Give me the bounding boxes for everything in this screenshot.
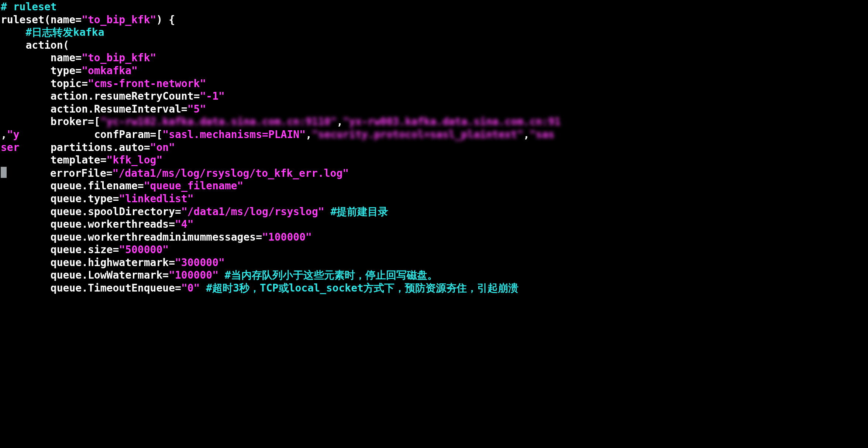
param-key: name= (51, 52, 82, 64)
param-key: action.resumeRetryCount= (51, 90, 200, 102)
param-key: template= (51, 154, 107, 166)
param-key: queue.TimeoutEnqueue= (51, 282, 181, 294)
code-text: ruleset(name= (1, 14, 82, 26)
string: "4" (175, 218, 194, 230)
redacted-string: "yx-rw003.kafka.data.sina.com.cn:91 (343, 116, 561, 128)
param-key: queue.highwatermark= (51, 256, 175, 269)
string: "kfk_log" (107, 154, 163, 166)
param-key: queue.workerthreadminimummessages= (51, 231, 262, 243)
comment: #当内存队列小于这些元素时，停止回写磁盘。 (218, 269, 438, 281)
cursor (1, 167, 7, 178)
string: "/data1/ms/log/rsyslog" (181, 206, 324, 218)
comment: # ruleset (1, 1, 57, 13)
param-key: queue.filename= (51, 180, 144, 192)
param-key: queue.spoolDirectory= (51, 206, 181, 218)
param-key: broker=[ (51, 116, 100, 128)
comment: #超时3秒，TCP或local_socket方式下，预防资源夯住，引起崩溃 (200, 282, 518, 294)
string: "100000" (169, 269, 218, 281)
string: "-1" (200, 90, 224, 102)
param-key: errorFile= (50, 167, 113, 179)
param-key: queue.size= (51, 244, 119, 256)
code-text: , (337, 116, 343, 128)
string: "0" (181, 282, 200, 294)
string: "omkafka" (82, 65, 138, 77)
code-block: # ruleset ruleset(name="to_bip_kfk") { #… (0, 0, 868, 295)
string: "300000" (175, 256, 225, 269)
string: "500000" (119, 244, 169, 256)
comment: #日志转发kafka (25, 26, 104, 38)
code-text: action( (25, 39, 69, 51)
string: "100000" (262, 231, 312, 243)
string: "y (7, 128, 20, 141)
param-key: action.ResumeInterval= (51, 103, 187, 115)
param-key: queue.LowWatermark= (51, 269, 169, 281)
string: "cms-front-network" (88, 77, 206, 90)
string: "to_bip_kfk" (82, 52, 156, 64)
string: "/data1/ms/log/rsyslog/to_kfk_err.log" (113, 167, 349, 179)
param-key: topic= (51, 77, 88, 90)
string: "on" (150, 141, 175, 154)
string: "linkedlist" (119, 193, 193, 205)
param-key: partitions.auto= (51, 141, 150, 154)
string: "queue_filename" (144, 180, 244, 192)
string: "to_bip_kfk" (82, 14, 156, 26)
param-key: confParam=[ (94, 128, 162, 141)
code-text: , (306, 128, 312, 141)
param-key: queue.type= (51, 193, 119, 205)
redacted-string: "sas (530, 128, 554, 141)
code-text: ) { (156, 14, 175, 26)
string: "5" (187, 103, 206, 115)
code-text: , (523, 128, 530, 141)
code-text: , (1, 128, 7, 141)
redacted-string: "yc-rw102.kafka.data.sina.com.cn:9110" (100, 116, 337, 128)
param-key: queue.workerthreads= (51, 218, 175, 230)
string: "sasl.mechanisms=PLAIN" (162, 128, 306, 141)
redacted-string: "security.protocol=sasl_plaintext" (312, 128, 523, 141)
string: ser (1, 141, 20, 154)
comment: #提前建目录 (324, 206, 389, 218)
param-key: type= (51, 65, 82, 77)
